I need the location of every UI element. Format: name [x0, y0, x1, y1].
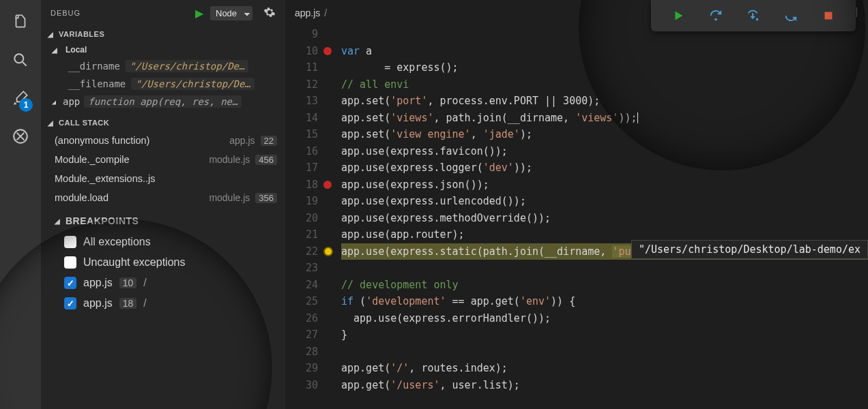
variable-name: app: [63, 96, 80, 107]
start-debug-button[interactable]: ▶: [195, 7, 203, 20]
checkbox[interactable]: [64, 256, 76, 269]
callstack-item[interactable]: module.loadmodule.js356: [41, 188, 285, 207]
debug-header: DEBUG ▶ Node: [41, 0, 285, 26]
breakpoint-item[interactable]: app.js 18 /: [41, 293, 285, 314]
step-into-button[interactable]: [745, 7, 762, 24]
svg-point-4: [714, 18, 717, 21]
callstack-file: app.js: [229, 135, 255, 146]
callstack-header[interactable]: ◢ CALL STACK: [41, 115, 285, 131]
scope-local[interactable]: ◢ Local: [41, 42, 285, 57]
callstack-item[interactable]: (anonymous function)app.js22: [41, 131, 285, 150]
callstack-fn: Module._extensions..js: [55, 173, 277, 184]
search-icon[interactable]: [11, 50, 30, 70]
callstack-file: module.js: [209, 154, 250, 165]
callstack-fn: Module._compile: [55, 154, 203, 165]
tab-path-sep: /: [324, 7, 327, 18]
variable-row[interactable]: __dirname "/Users/christop/De…: [41, 57, 285, 75]
callstack-line: 356: [255, 193, 277, 203]
step-over-button[interactable]: [708, 7, 724, 24]
breakpoint-all-exceptions[interactable]: All exceptions: [41, 232, 285, 252]
callstack-line: 22: [261, 136, 277, 146]
line-gutter: 9101112131415161718192021222324252627282…: [285, 26, 323, 393]
callstack-item[interactable]: Module._compilemodule.js456: [41, 150, 285, 169]
stop-button[interactable]: [820, 7, 837, 24]
variable-value: function app(req, res, ne…: [84, 95, 242, 108]
debug-config-select[interactable]: Node: [210, 6, 252, 20]
checkbox[interactable]: [64, 297, 76, 309]
chevron-right-icon: ◢: [52, 98, 59, 106]
callstack-fn: (anonymous function): [55, 135, 224, 146]
variable-name: __filename: [68, 78, 126, 89]
variable-name: __dirname: [68, 61, 120, 72]
tab-filename[interactable]: app.js: [295, 7, 320, 18]
chevron-down-icon: ◢: [48, 31, 56, 38]
explorer-icon[interactable]: [11, 12, 30, 31]
code-lines[interactable]: var a = express();// all enviapp.set('po…: [341, 26, 868, 393]
debug-title: DEBUG: [50, 9, 81, 17]
code-area[interactable]: 9101112131415161718192021222324252627282…: [285, 26, 868, 393]
svg-point-5: [756, 18, 759, 21]
callstack-file: module.js: [209, 192, 250, 203]
debug-icon[interactable]: [11, 127, 30, 146]
breakpoint-item[interactable]: app.js 10 /: [41, 273, 285, 293]
activity-bar: 1: [0, 0, 41, 409]
callstack-line: 456: [255, 155, 277, 165]
svg-rect-6: [825, 12, 833, 20]
chevron-down-icon: ◢: [48, 119, 56, 127]
step-out-button[interactable]: [783, 7, 799, 24]
variable-value: "/Users/christop/De…: [126, 60, 249, 72]
gear-icon[interactable]: [263, 6, 276, 20]
continue-button[interactable]: [670, 7, 686, 24]
chevron-down-icon: ◢: [55, 217, 63, 225]
debug-sidebar: DEBUG ▶ Node ◢ VARIABLES ◢ Local __dirna…: [41, 0, 285, 409]
scm-icon[interactable]: 1: [11, 89, 30, 108]
breakpoint-gutter[interactable]: [323, 26, 337, 393]
debug-toolbar: [651, 0, 856, 31]
breakpoints-header[interactable]: ◢ BREAKPOINTS: [41, 209, 285, 232]
callstack-fn: module.load: [55, 192, 203, 203]
variable-row[interactable]: __filename "/Users/christop/De…: [41, 75, 285, 93]
breakpoint-uncaught-exceptions[interactable]: Uncaught exceptions: [41, 252, 285, 273]
callstack-item[interactable]: Module._extensions..js: [41, 169, 285, 188]
breakpoints-section: ◢ BREAKPOINTS All exceptions Uncaught ex…: [41, 209, 285, 314]
editor-pane: app.js / 9101112131415161718192021222324…: [285, 0, 868, 409]
variable-value: "/Users/christop/De…: [131, 78, 255, 90]
scm-badge: 1: [19, 98, 33, 112]
variable-row-app[interactable]: ◢ app function app(req, res, ne…: [41, 93, 285, 110]
checkbox[interactable]: [64, 236, 76, 248]
variables-header[interactable]: ◢ VARIABLES: [41, 26, 285, 42]
svg-point-0: [14, 54, 23, 63]
checkbox[interactable]: [64, 277, 76, 289]
chevron-down-icon: ◢: [52, 46, 60, 54]
hover-tooltip: "/Users/christop/Desktop/lab-demo/ex: [631, 240, 868, 259]
